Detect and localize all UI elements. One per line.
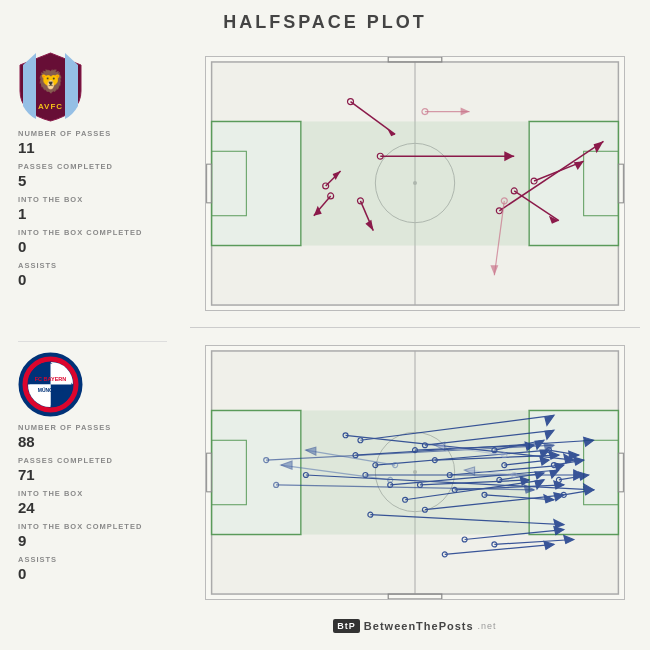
avfc-logo: 🦁 AVFC [18, 51, 83, 123]
team2-into-box-value: 24 [18, 499, 185, 516]
team1-passes-completed-label: PASSES COMPLETED [18, 162, 185, 171]
pitch-divider [190, 327, 640, 328]
team1-into-box-completed-label: INTO THE BOX COMPLETED [18, 228, 185, 237]
team1-into-box-label: INTO THE BOX [18, 195, 185, 204]
team1-passes-value: 11 [18, 139, 185, 156]
team2-passes-completed-value: 71 [18, 466, 185, 483]
svg-rect-15 [415, 121, 529, 245]
team2-passes-label: NUMBER OF PASSES [18, 423, 185, 432]
team2-assists-label: ASSISTS [18, 555, 185, 564]
pitch-bottom [190, 330, 640, 614]
team2-into-box-completed-label: INTO THE BOX COMPLETED [18, 522, 185, 531]
right-panel: BtP BetweenThePosts.net [185, 41, 650, 641]
svg-rect-10 [529, 121, 618, 245]
svg-rect-46 [618, 164, 623, 203]
footer: BtP BetweenThePosts.net [190, 614, 640, 641]
team1-assists-value: 0 [18, 271, 185, 288]
team1-passes-completed-value: 5 [18, 172, 185, 189]
team2-passes-completed-label: PASSES COMPLETED [18, 456, 185, 465]
svg-text:FC BAYERN: FC BAYERN [35, 376, 67, 382]
svg-rect-51 [212, 410, 301, 534]
svg-text:AVFC: AVFC [38, 102, 63, 111]
btp-logo: BtP BetweenThePosts.net [333, 619, 496, 633]
team2-into-box-completed-value: 9 [18, 532, 185, 549]
team1-into-box-value: 1 [18, 205, 185, 222]
pitch-top [190, 41, 640, 325]
team1-passes-label: NUMBER OF PASSES [18, 129, 185, 138]
btp-net: .net [478, 621, 497, 631]
svg-rect-8 [212, 121, 301, 245]
svg-rect-158 [618, 453, 623, 492]
team2-passes-value: 88 [18, 433, 185, 450]
pitch-bottom-svg [205, 345, 625, 600]
team1-assists-label: ASSISTS [18, 261, 185, 270]
svg-rect-14 [301, 121, 415, 245]
team1-into-box-completed-value: 0 [18, 238, 185, 255]
svg-text:🦁: 🦁 [37, 68, 65, 95]
pitch-top-svg [205, 56, 625, 311]
btp-box-logo: BtP [333, 619, 360, 633]
team2-assists-value: 0 [18, 565, 185, 582]
bayern-logo: FC BAYERN MÜNCHEN [18, 352, 83, 417]
svg-text:MÜNCHEN: MÜNCHEN [38, 387, 64, 393]
team2-into-box-label: INTO THE BOX [18, 489, 185, 498]
team2-section: FC BAYERN MÜNCHEN NUMBER OF PASSES 88 PA… [18, 342, 185, 642]
team1-section: 🦁 AVFC NUMBER OF PASSES 11 PASSES COMPLE… [18, 41, 185, 341]
btp-text: BetweenThePosts [364, 620, 474, 632]
page-title: HALFSPACE PLOT [0, 0, 650, 41]
